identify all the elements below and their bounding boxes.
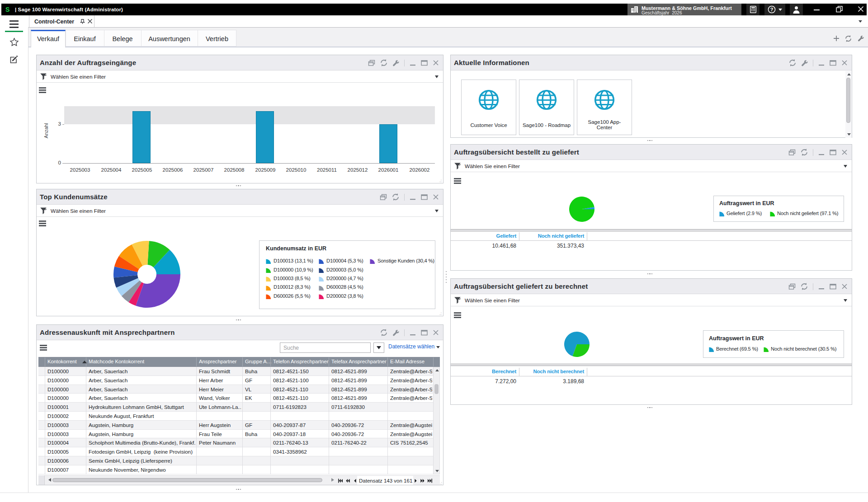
svg-text:?: ? <box>770 7 774 12</box>
